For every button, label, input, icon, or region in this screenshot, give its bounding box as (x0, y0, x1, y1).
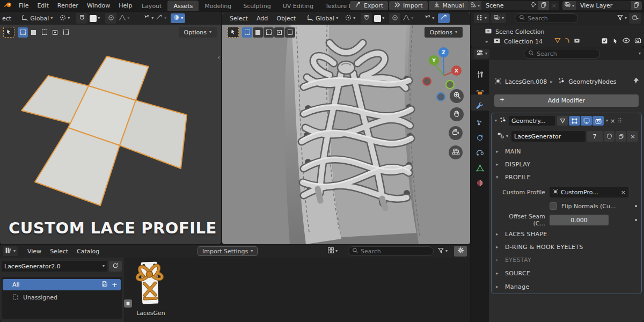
select-box-invert-button[interactable] (274, 27, 284, 38)
show-overlays-dropdown[interactable] (438, 13, 450, 23)
pivot-point-dropdown[interactable]: ▾ (345, 14, 355, 23)
add-modifier-button[interactable]: + Add Modifier (494, 94, 639, 107)
custom-profile-object-field[interactable]: CustomPro... × (550, 187, 628, 197)
main-viewport-canvas[interactable]: Z Y X ‹ (222, 12, 470, 244)
snap-toggle[interactable] (76, 13, 87, 24)
proportional-falloff-dropdown[interactable]: ▾ (402, 14, 413, 23)
new-node-group-button[interactable] (616, 131, 626, 142)
properties-search-input[interactable]: Search (524, 49, 600, 58)
proportional-falloff-dropdown[interactable]: ▾ (119, 14, 129, 23)
select-box-new-button[interactable] (18, 27, 28, 38)
modifier-name-field[interactable]: Geometry... (509, 116, 555, 126)
viewport-options-button[interactable]: Options▾ (179, 27, 217, 38)
unlink-scene-button[interactable]: × (549, 2, 559, 9)
proportional-editing-toggle[interactable] (389, 13, 400, 24)
menu-edit[interactable]: Edit (33, 1, 53, 10)
section-manage[interactable]: ▸Manage (496, 281, 637, 292)
pin-icon[interactable] (530, 2, 537, 10)
menu-add[interactable]: Add (253, 14, 271, 23)
render-camera-icon[interactable] (634, 38, 641, 45)
axis-x-positive[interactable]: X (451, 65, 462, 76)
manual-button[interactable]: Manual (429, 1, 469, 10)
select-box-intersect-button[interactable] (61, 27, 71, 38)
pin-icon[interactable] (633, 77, 640, 86)
menu-catalog[interactable]: Catalog (74, 247, 103, 256)
tab-physics[interactable] (471, 131, 489, 146)
outliner-filter-type-dropdown[interactable]: ▾ (491, 13, 506, 23)
breadcrumb-modifier-name[interactable]: GeometryNodes (568, 78, 616, 85)
tab-modifiers[interactable] (471, 99, 489, 114)
profile-viewport-canvas[interactable]: CUSTOM LACE PROFILE ‹ (0, 12, 221, 244)
section-main[interactable]: ▸MAIN (496, 145, 637, 157)
collapse-icon[interactable]: ▾ (495, 119, 497, 123)
tab-modeling[interactable]: Modeling (199, 1, 237, 11)
view-layer-browse-button[interactable]: ▾ (562, 1, 576, 10)
section-source[interactable]: ▸SOURCE (496, 267, 637, 279)
select-box-new-button[interactable] (242, 27, 252, 38)
tab-layout[interactable]: Layout (136, 1, 167, 11)
tab-constraints[interactable] (471, 146, 489, 161)
menu-window[interactable]: Window (83, 1, 114, 10)
editor-type-dropdown[interactable]: ▾ (3, 246, 18, 256)
menu-view[interactable]: View (24, 247, 45, 256)
tweak-tool-button[interactable] (3, 27, 14, 38)
select-box-intersect-button[interactable] (285, 27, 295, 38)
outliner-row-scene-collection[interactable]: Scene Collection (485, 27, 544, 36)
snap-toggle[interactable] (361, 13, 372, 24)
catalog-item-unassigned[interactable]: Unassigned (3, 292, 121, 303)
scene-name[interactable]: Scene (481, 2, 530, 9)
eye-icon[interactable] (623, 38, 630, 45)
outliner-filter-dropdown[interactable]: ▾ (617, 14, 627, 23)
modifier-extras-dropdown[interactable]: ▾ (606, 119, 608, 123)
animate-dot-icon[interactable] (635, 219, 637, 221)
tab-tool[interactable] (471, 68, 489, 83)
section-eyestay[interactable]: ▸EYESTAY (496, 254, 637, 266)
axis-z-negative[interactable] (436, 92, 445, 101)
tab-texture-paint[interactable]: Texture P (319, 1, 350, 11)
unlink-node-group-button[interactable]: × (627, 131, 638, 142)
axis-x-negative[interactable] (422, 77, 431, 86)
tab-uv-editing[interactable]: UV Editing (277, 1, 319, 11)
outliner-search-input[interactable]: Search (515, 13, 578, 23)
axis-y-positive[interactable]: Y (429, 55, 439, 65)
drag-handle-icon[interactable] (617, 117, 623, 125)
menu-file[interactable]: File (14, 1, 33, 10)
axis-z-positive[interactable]: Z (438, 47, 449, 57)
camera-view-button[interactable] (449, 126, 463, 140)
show-in-edit-mode-toggle[interactable] (569, 116, 580, 126)
offset-seam-value-field[interactable]: 0.000 (550, 215, 609, 225)
tweak-tool-button[interactable] (228, 27, 239, 38)
clear-object-button[interactable]: × (621, 189, 626, 196)
perspective-toggle-button[interactable] (449, 145, 463, 159)
show-in-viewport-toggle[interactable] (581, 116, 592, 126)
asset-details-toggle[interactable] (454, 246, 467, 257)
export-button[interactable]: Export (350, 1, 388, 10)
tab-sculpting[interactable]: Sculpting (237, 1, 276, 11)
animate-dot-icon[interactable] (635, 205, 637, 207)
show-on-cage-toggle[interactable] (557, 116, 568, 126)
transform-orientation-dropdown[interactable]: Global▾ (21, 14, 53, 23)
checkbox-checked-icon[interactable] (601, 38, 608, 46)
node-group-browse-button[interactable]: ▾ (495, 131, 510, 142)
select-box-subtract-button[interactable] (264, 27, 274, 38)
editor-type-dropdown[interactable]: ▾ (474, 49, 489, 58)
axis-y-negative[interactable] (445, 80, 455, 89)
flip-normals-checkbox[interactable] (550, 202, 557, 210)
view-layer-name[interactable]: View Layer (576, 2, 631, 9)
pan-button[interactable] (450, 107, 464, 121)
properties-options-dropdown[interactable]: ▾ (639, 52, 641, 56)
menu-partial-select[interactable]: ect (2, 15, 11, 22)
display-mode-dropdown[interactable]: ▾ (327, 247, 338, 255)
section-dring-hook-eyelets[interactable]: ▸D-RING & HOOK EYELETS (496, 241, 637, 253)
outliner-row-collection-14[interactable]: ▸ Collection 14 (486, 36, 641, 46)
node-group-users-button[interactable]: 7 (587, 131, 603, 142)
select-box-invert-button[interactable] (50, 27, 60, 38)
zoom-button[interactable] (450, 89, 464, 103)
asset-search-input[interactable]: Search (348, 246, 434, 256)
show-gizmo-dropdown[interactable]: ▾ (424, 14, 434, 23)
select-box-subtract-button[interactable] (39, 27, 49, 38)
menu-select[interactable]: Select (47, 247, 71, 256)
select-box-extend-button[interactable] (28, 27, 39, 38)
show-gizmo-dropdown[interactable]: ▾ (143, 14, 153, 23)
viewport-options-button[interactable]: Options▾ (425, 27, 463, 38)
